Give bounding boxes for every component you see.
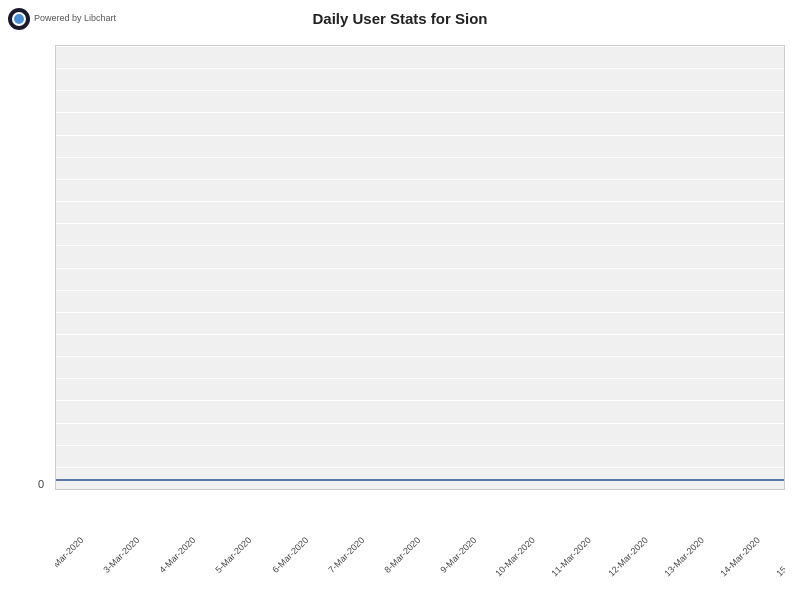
y-axis-zero-label: 0 — [38, 478, 44, 490]
x-axis-label: 15-Mar-2020 — [774, 535, 785, 579]
x-axis-label: 11-Mar-2020 — [550, 535, 594, 579]
grid-line — [56, 157, 784, 158]
x-axis-label: 8-Mar-2020 — [382, 535, 422, 575]
grid-line — [56, 334, 784, 335]
grid-line — [56, 400, 784, 401]
grid-line — [56, 90, 784, 91]
grid-line — [56, 223, 784, 224]
grid-line — [56, 135, 784, 136]
x-axis-label: 3-Mar-2020 — [102, 535, 142, 575]
chart-container: Powered by Libchart Daily User Stats for… — [0, 0, 800, 600]
x-axis: 2-Mar-20203-Mar-20204-Mar-20205-Mar-2020… — [55, 490, 785, 600]
x-axis-label: 9-Mar-2020 — [438, 535, 478, 575]
x-axis-label: 5-Mar-2020 — [214, 535, 254, 575]
grid-line — [56, 378, 784, 379]
x-axis-label: 7-Mar-2020 — [326, 535, 366, 575]
grid-line — [56, 68, 784, 69]
grid-line — [56, 201, 784, 202]
x-axis-label: 13-Mar-2020 — [662, 535, 706, 579]
grid-line — [56, 46, 784, 47]
grid-line — [56, 423, 784, 424]
data-line — [56, 479, 784, 481]
x-axis-label: 2-Mar-2020 — [55, 535, 85, 575]
grid-line — [56, 179, 784, 180]
x-axis-label: 14-Mar-2020 — [718, 535, 762, 579]
grid-line — [56, 312, 784, 313]
x-axis-label: 12-Mar-2020 — [606, 535, 650, 579]
x-axis-label: 4-Mar-2020 — [158, 535, 198, 575]
grid-line — [56, 245, 784, 246]
chart-title: Daily User Stats for Sion — [0, 10, 800, 27]
grid-line — [56, 467, 784, 468]
chart-plot-area — [55, 45, 785, 490]
grid-line — [56, 112, 784, 113]
x-axis-label: 10-Mar-2020 — [494, 535, 538, 579]
grid-line — [56, 445, 784, 446]
grid-line — [56, 356, 784, 357]
x-axis-label: 6-Mar-2020 — [270, 535, 310, 575]
grid-line — [56, 268, 784, 269]
grid-line — [56, 290, 784, 291]
